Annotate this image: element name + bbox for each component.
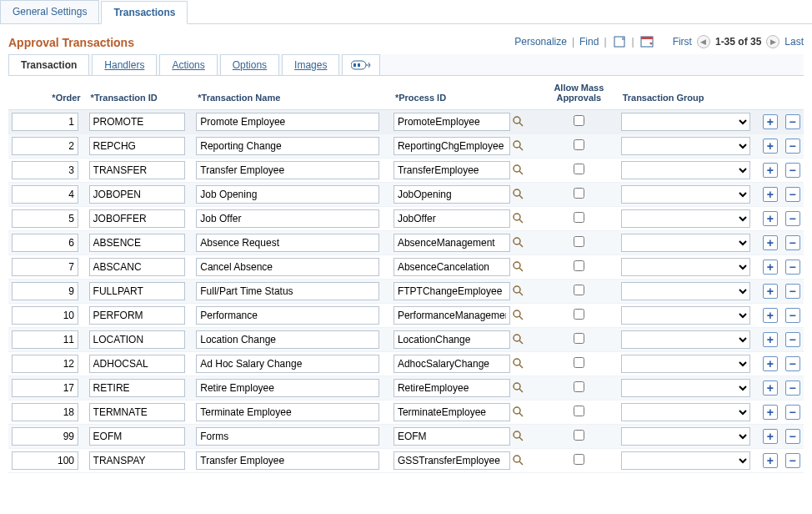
transaction-id-input[interactable] xyxy=(89,330,185,349)
delete-row-button[interactable]: − xyxy=(785,429,800,444)
transaction-group-select[interactable] xyxy=(621,234,750,252)
transaction-name-input[interactable] xyxy=(196,403,379,421)
process-id-input[interactable] xyxy=(393,234,510,252)
transaction-id-input[interactable] xyxy=(89,185,185,204)
process-id-input[interactable] xyxy=(393,379,510,397)
transaction-id-input[interactable] xyxy=(89,234,185,252)
sub-tab-transaction[interactable]: Transaction xyxy=(8,54,89,75)
add-row-button[interactable]: + xyxy=(763,356,778,371)
order-input[interactable] xyxy=(12,451,78,470)
delete-row-button[interactable]: − xyxy=(785,308,800,323)
lookup-icon[interactable] xyxy=(512,381,525,395)
transaction-name-input[interactable] xyxy=(196,306,379,325)
allow-mass-checkbox[interactable] xyxy=(574,406,584,416)
add-row-button[interactable]: + xyxy=(763,211,778,226)
transaction-group-select[interactable] xyxy=(621,282,750,300)
page-tab-general-settings[interactable]: General Settings xyxy=(0,0,99,23)
process-id-input[interactable] xyxy=(393,185,510,204)
add-row-button[interactable]: + xyxy=(763,380,778,396)
process-id-input[interactable] xyxy=(393,161,510,179)
transaction-id-input[interactable] xyxy=(89,258,185,276)
delete-row-button[interactable]: − xyxy=(785,332,800,347)
find-link[interactable]: Find xyxy=(579,36,599,48)
add-row-button[interactable]: + xyxy=(763,453,778,468)
allow-mass-checkbox[interactable] xyxy=(574,454,584,465)
transaction-name-input[interactable] xyxy=(196,379,379,397)
allow-mass-checkbox[interactable] xyxy=(574,381,584,392)
allow-mass-checkbox[interactable] xyxy=(574,430,584,441)
transaction-group-select[interactable] xyxy=(621,185,750,204)
transaction-id-input[interactable] xyxy=(89,113,185,131)
transaction-name-input[interactable] xyxy=(196,209,379,228)
lookup-icon[interactable] xyxy=(512,260,525,274)
order-input[interactable] xyxy=(12,306,78,325)
transaction-name-input[interactable] xyxy=(196,185,379,204)
page-tab-transactions[interactable]: Transactions xyxy=(101,1,188,24)
process-id-input[interactable] xyxy=(393,209,510,228)
transaction-group-select[interactable] xyxy=(621,330,750,349)
delete-row-button[interactable]: − xyxy=(785,453,800,468)
lookup-icon[interactable] xyxy=(512,333,525,346)
personalize-link[interactable]: Personalize xyxy=(514,36,567,48)
add-row-button[interactable]: + xyxy=(763,114,778,129)
process-id-input[interactable] xyxy=(393,282,510,300)
allow-mass-checkbox[interactable] xyxy=(574,309,584,320)
order-input[interactable] xyxy=(12,137,78,155)
transaction-id-input[interactable] xyxy=(89,161,185,179)
download-icon[interactable] xyxy=(639,34,654,49)
col-header-allow-mass[interactable]: Allow Mass Approvals xyxy=(540,76,618,110)
transaction-group-select[interactable] xyxy=(621,306,750,325)
lookup-icon[interactable] xyxy=(512,164,525,177)
transaction-group-select[interactable] xyxy=(621,379,750,397)
transaction-group-select[interactable] xyxy=(621,427,750,446)
transaction-name-input[interactable] xyxy=(196,282,379,300)
sub-tab-actions[interactable]: Actions xyxy=(159,54,217,75)
lookup-icon[interactable] xyxy=(512,309,525,322)
lookup-icon[interactable] xyxy=(512,454,525,467)
col-header-transaction-name[interactable]: *Transaction Name xyxy=(193,76,390,110)
transaction-id-input[interactable] xyxy=(89,379,185,397)
order-input[interactable] xyxy=(12,379,78,397)
transaction-name-input[interactable] xyxy=(196,161,379,179)
add-row-button[interactable]: + xyxy=(763,163,778,178)
transaction-id-input[interactable] xyxy=(89,137,185,155)
delete-row-button[interactable]: − xyxy=(785,114,800,129)
col-header-transaction-group[interactable]: Transaction Group xyxy=(618,76,759,110)
lookup-icon[interactable] xyxy=(512,357,525,370)
allow-mass-checkbox[interactable] xyxy=(574,333,584,344)
order-input[interactable] xyxy=(12,330,78,349)
transaction-id-input[interactable] xyxy=(89,306,185,325)
sub-tab-images[interactable]: Images xyxy=(282,54,339,75)
process-id-input[interactable] xyxy=(393,258,510,276)
add-row-button[interactable]: + xyxy=(763,187,778,202)
add-row-button[interactable]: + xyxy=(763,405,778,420)
order-input[interactable] xyxy=(12,113,78,131)
transaction-name-input[interactable] xyxy=(196,330,379,349)
transaction-group-select[interactable] xyxy=(621,137,750,155)
lookup-icon[interactable] xyxy=(512,188,525,201)
transaction-group-select[interactable] xyxy=(621,403,750,421)
process-id-input[interactable] xyxy=(393,451,510,470)
allow-mass-checkbox[interactable] xyxy=(574,212,584,223)
prev-arrow-icon[interactable]: ◀ xyxy=(697,35,710,48)
last-link[interactable]: Last xyxy=(784,36,804,48)
view-all-icon[interactable] xyxy=(612,34,627,49)
delete-row-button[interactable]: − xyxy=(785,187,800,202)
first-link[interactable]: First xyxy=(673,36,692,48)
transaction-group-select[interactable] xyxy=(621,161,750,179)
allow-mass-checkbox[interactable] xyxy=(574,188,584,199)
allow-mass-checkbox[interactable] xyxy=(574,236,584,247)
allow-mass-checkbox[interactable] xyxy=(574,115,584,126)
add-row-button[interactable]: + xyxy=(763,332,778,347)
lookup-icon[interactable] xyxy=(512,285,525,298)
transaction-id-input[interactable] xyxy=(89,355,185,373)
transaction-group-select[interactable] xyxy=(621,355,750,373)
allow-mass-checkbox[interactable] xyxy=(574,139,584,150)
allow-mass-checkbox[interactable] xyxy=(574,260,584,271)
process-id-input[interactable] xyxy=(393,403,510,421)
transaction-group-select[interactable] xyxy=(621,209,750,228)
add-row-button[interactable]: + xyxy=(763,139,778,154)
transaction-id-input[interactable] xyxy=(89,209,185,228)
order-input[interactable] xyxy=(12,427,78,446)
transaction-name-input[interactable] xyxy=(196,113,379,131)
